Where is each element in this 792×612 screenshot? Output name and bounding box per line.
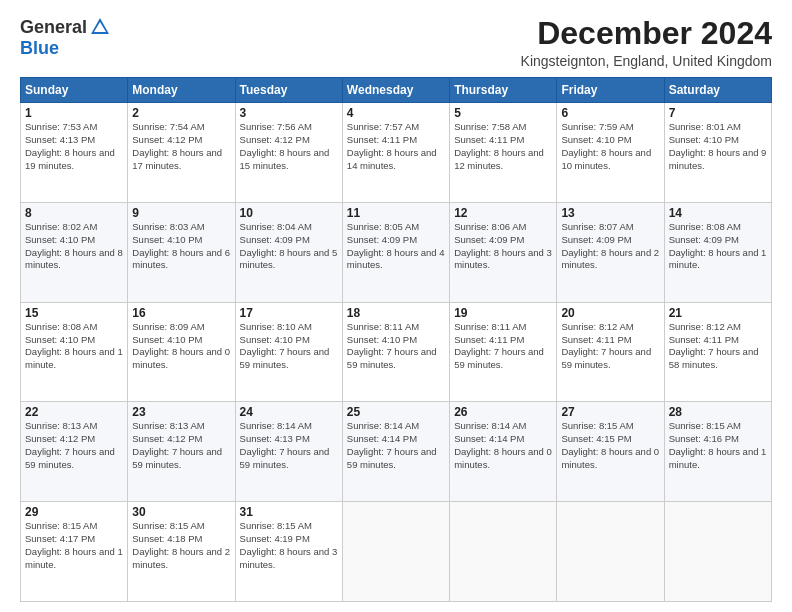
day-info: Sunrise: 8:14 AMSunset: 4:13 PMDaylight:… [240,420,330,469]
day-info: Sunrise: 8:15 AMSunset: 4:18 PMDaylight:… [132,520,230,569]
day-number: 27 [561,405,659,419]
day-info: Sunrise: 7:53 AMSunset: 4:13 PMDaylight:… [25,121,115,170]
day-number: 26 [454,405,552,419]
col-header-friday: Friday [557,78,664,103]
day-cell: 18Sunrise: 8:11 AMSunset: 4:10 PMDayligh… [342,302,449,402]
day-number: 22 [25,405,123,419]
day-cell: 19Sunrise: 8:11 AMSunset: 4:11 PMDayligh… [450,302,557,402]
day-number: 16 [132,306,230,320]
day-number: 31 [240,505,338,519]
day-cell: 3Sunrise: 7:56 AMSunset: 4:12 PMDaylight… [235,103,342,203]
day-cell: 9Sunrise: 8:03 AMSunset: 4:10 PMDaylight… [128,202,235,302]
week-row-3: 15Sunrise: 8:08 AMSunset: 4:10 PMDayligh… [21,302,772,402]
title-block: December 2024 Kingsteignton, England, Un… [521,16,772,69]
day-number: 3 [240,106,338,120]
day-cell: 22Sunrise: 8:13 AMSunset: 4:12 PMDayligh… [21,402,128,502]
day-number: 28 [669,405,767,419]
day-number: 19 [454,306,552,320]
day-number: 9 [132,206,230,220]
day-number: 5 [454,106,552,120]
day-info: Sunrise: 8:08 AMSunset: 4:09 PMDaylight:… [669,221,767,270]
day-cell: 13Sunrise: 8:07 AMSunset: 4:09 PMDayligh… [557,202,664,302]
day-number: 20 [561,306,659,320]
day-cell: 12Sunrise: 8:06 AMSunset: 4:09 PMDayligh… [450,202,557,302]
day-cell: 4Sunrise: 7:57 AMSunset: 4:11 PMDaylight… [342,103,449,203]
day-cell: 21Sunrise: 8:12 AMSunset: 4:11 PMDayligh… [664,302,771,402]
day-cell: 17Sunrise: 8:10 AMSunset: 4:10 PMDayligh… [235,302,342,402]
day-info: Sunrise: 8:06 AMSunset: 4:09 PMDaylight:… [454,221,552,270]
day-cell: 8Sunrise: 8:02 AMSunset: 4:10 PMDaylight… [21,202,128,302]
day-info: Sunrise: 8:12 AMSunset: 4:11 PMDaylight:… [561,321,651,370]
day-cell: 14Sunrise: 8:08 AMSunset: 4:09 PMDayligh… [664,202,771,302]
day-cell: 7Sunrise: 8:01 AMSunset: 4:10 PMDaylight… [664,103,771,203]
day-info: Sunrise: 8:04 AMSunset: 4:09 PMDaylight:… [240,221,338,270]
week-row-1: 1Sunrise: 7:53 AMSunset: 4:13 PMDaylight… [21,103,772,203]
day-info: Sunrise: 8:11 AMSunset: 4:11 PMDaylight:… [454,321,544,370]
day-cell: 31Sunrise: 8:15 AMSunset: 4:19 PMDayligh… [235,502,342,602]
day-cell: 2Sunrise: 7:54 AMSunset: 4:12 PMDaylight… [128,103,235,203]
day-info: Sunrise: 8:03 AMSunset: 4:10 PMDaylight:… [132,221,230,270]
day-info: Sunrise: 8:15 AMSunset: 4:15 PMDaylight:… [561,420,659,469]
day-info: Sunrise: 8:13 AMSunset: 4:12 PMDaylight:… [25,420,115,469]
day-number: 23 [132,405,230,419]
day-info: Sunrise: 8:07 AMSunset: 4:09 PMDaylight:… [561,221,659,270]
day-cell: 29Sunrise: 8:15 AMSunset: 4:17 PMDayligh… [21,502,128,602]
day-info: Sunrise: 7:56 AMSunset: 4:12 PMDaylight:… [240,121,330,170]
col-header-wednesday: Wednesday [342,78,449,103]
day-number: 17 [240,306,338,320]
day-cell: 27Sunrise: 8:15 AMSunset: 4:15 PMDayligh… [557,402,664,502]
day-cell: 15Sunrise: 8:08 AMSunset: 4:10 PMDayligh… [21,302,128,402]
day-cell: 20Sunrise: 8:12 AMSunset: 4:11 PMDayligh… [557,302,664,402]
day-info: Sunrise: 7:59 AMSunset: 4:10 PMDaylight:… [561,121,651,170]
day-info: Sunrise: 8:12 AMSunset: 4:11 PMDaylight:… [669,321,759,370]
day-number: 11 [347,206,445,220]
day-info: Sunrise: 8:11 AMSunset: 4:10 PMDaylight:… [347,321,437,370]
day-number: 7 [669,106,767,120]
day-number: 13 [561,206,659,220]
day-number: 29 [25,505,123,519]
week-row-4: 22Sunrise: 8:13 AMSunset: 4:12 PMDayligh… [21,402,772,502]
logo-blue-text: Blue [20,38,59,59]
logo-icon [89,16,111,38]
day-cell [664,502,771,602]
day-number: 4 [347,106,445,120]
day-cell: 11Sunrise: 8:05 AMSunset: 4:09 PMDayligh… [342,202,449,302]
day-info: Sunrise: 8:14 AMSunset: 4:14 PMDaylight:… [347,420,437,469]
day-number: 21 [669,306,767,320]
day-number: 8 [25,206,123,220]
day-info: Sunrise: 8:14 AMSunset: 4:14 PMDaylight:… [454,420,552,469]
day-number: 6 [561,106,659,120]
day-number: 12 [454,206,552,220]
day-cell [557,502,664,602]
day-info: Sunrise: 8:10 AMSunset: 4:10 PMDaylight:… [240,321,330,370]
location: Kingsteignton, England, United Kingdom [521,53,772,69]
day-info: Sunrise: 8:08 AMSunset: 4:10 PMDaylight:… [25,321,123,370]
day-info: Sunrise: 8:15 AMSunset: 4:17 PMDaylight:… [25,520,123,569]
day-number: 24 [240,405,338,419]
day-cell: 1Sunrise: 7:53 AMSunset: 4:13 PMDaylight… [21,103,128,203]
day-cell [450,502,557,602]
day-info: Sunrise: 8:02 AMSunset: 4:10 PMDaylight:… [25,221,123,270]
day-info: Sunrise: 7:57 AMSunset: 4:11 PMDaylight:… [347,121,437,170]
day-cell: 25Sunrise: 8:14 AMSunset: 4:14 PMDayligh… [342,402,449,502]
day-info: Sunrise: 8:09 AMSunset: 4:10 PMDaylight:… [132,321,230,370]
day-info: Sunrise: 8:05 AMSunset: 4:09 PMDaylight:… [347,221,445,270]
day-cell: 5Sunrise: 7:58 AMSunset: 4:11 PMDaylight… [450,103,557,203]
day-number: 2 [132,106,230,120]
day-cell [342,502,449,602]
col-header-monday: Monday [128,78,235,103]
day-number: 25 [347,405,445,419]
col-header-sunday: Sunday [21,78,128,103]
day-cell: 6Sunrise: 7:59 AMSunset: 4:10 PMDaylight… [557,103,664,203]
col-header-tuesday: Tuesday [235,78,342,103]
day-number: 1 [25,106,123,120]
calendar-header-row: SundayMondayTuesdayWednesdayThursdayFrid… [21,78,772,103]
day-info: Sunrise: 8:13 AMSunset: 4:12 PMDaylight:… [132,420,222,469]
day-info: Sunrise: 8:01 AMSunset: 4:10 PMDaylight:… [669,121,767,170]
day-number: 15 [25,306,123,320]
logo-general-text: General [20,17,87,38]
day-info: Sunrise: 7:58 AMSunset: 4:11 PMDaylight:… [454,121,544,170]
day-cell: 26Sunrise: 8:14 AMSunset: 4:14 PMDayligh… [450,402,557,502]
day-number: 10 [240,206,338,220]
col-header-thursday: Thursday [450,78,557,103]
